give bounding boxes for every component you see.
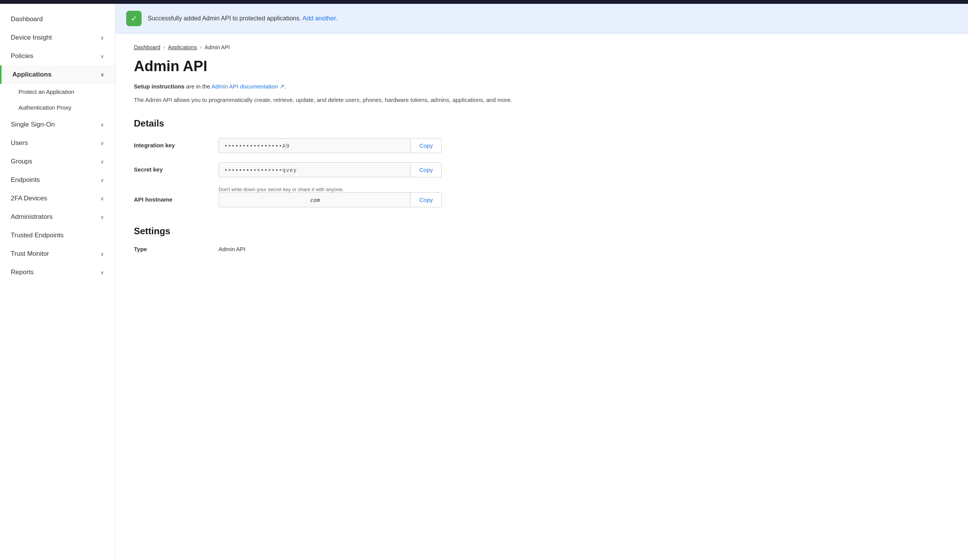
sidebar-sub-applications: Protect an ApplicationAuthentication Pro… — [0, 84, 115, 115]
sidebar-item-trust-monitor[interactable]: Trust Monitor∨ — [0, 245, 115, 263]
field-control-integration-key: Copy — [219, 138, 442, 153]
chevron-icon: ∨ — [100, 177, 104, 183]
top-bar — [0, 0, 968, 4]
copy-button-api-hostname[interactable]: Copy — [411, 192, 442, 207]
sidebar: DashboardDevice Insight∨Policies∨Applica… — [0, 4, 115, 560]
settings-label: Type — [134, 246, 219, 252]
banner-text: Successfully added Admin API to protecte… — [148, 15, 301, 22]
field-row-secret-key: Secret keyCopy — [134, 162, 950, 177]
sidebar-item-label: Dashboard — [11, 15, 43, 23]
field-control-secret-key: Copy — [219, 162, 442, 177]
field-label-secret-key: Secret key — [134, 162, 219, 173]
copy-button-integration-key[interactable]: Copy — [411, 138, 442, 153]
sidebar-item-administrators[interactable]: Administrators∨ — [0, 208, 115, 226]
chevron-icon: ∨ — [100, 251, 104, 257]
breadcrumb: Dashboard › Applications › Admin API — [134, 44, 950, 50]
details-section: Details Integration keyCopySecret keyCop… — [134, 118, 950, 207]
sidebar-item-label: 2FA Devices — [11, 195, 47, 202]
sidebar-item-reports[interactable]: Reports∨ — [0, 263, 115, 282]
sidebar-item-label: Reports — [11, 268, 34, 276]
sidebar-item-dashboard[interactable]: Dashboard — [0, 10, 115, 28]
breadcrumb-dashboard[interactable]: Dashboard — [134, 44, 160, 50]
page-content: Dashboard › Applications › Admin API Adm… — [115, 33, 968, 560]
add-another-link[interactable]: Add another. — [302, 15, 337, 22]
sidebar-item-2fa-devices[interactable]: 2FA Devices∨ — [0, 189, 115, 208]
copy-button-secret-key[interactable]: Copy — [411, 162, 442, 177]
admin-api-doc-link[interactable]: Admin API documentation ↗ — [212, 83, 285, 90]
field-label-integration-key: Integration key — [134, 138, 219, 148]
success-icon: ✓ — [126, 11, 142, 26]
chevron-icon: ∨ — [100, 53, 104, 59]
field-control-api-hostname: Copy — [219, 192, 442, 207]
field-input-secret-key[interactable] — [219, 162, 411, 177]
sidebar-item-single-sign-on[interactable]: Single Sign-On∨ — [0, 115, 115, 134]
sidebar-item-label: Single Sign-On — [11, 121, 55, 128]
sidebar-item-trusted-endpoints[interactable]: Trusted Endpoints — [0, 226, 115, 245]
chevron-icon: ∨ — [100, 214, 104, 220]
breadcrumb-sep-1: › — [164, 45, 165, 50]
success-message: Successfully added Admin API to protecte… — [148, 15, 337, 22]
setup-instructions: Setup instructions are in the Admin API … — [134, 82, 950, 91]
field-input-integration-key[interactable] — [219, 138, 411, 153]
field-row-integration-key: Integration keyCopy — [134, 138, 950, 153]
breadcrumb-sep-2: › — [200, 45, 202, 50]
settings-row: TypeAdmin API — [134, 246, 950, 252]
success-banner: ✓ Successfully added Admin API to protec… — [115, 4, 968, 33]
sidebar-item-device-insight[interactable]: Device Insight∨ — [0, 28, 115, 47]
chevron-icon: ∨ — [100, 122, 104, 128]
sidebar-item-users[interactable]: Users∨ — [0, 134, 115, 152]
setup-instructions-bold: Setup instructions — [134, 83, 185, 90]
sidebar-item-label: Groups — [11, 158, 32, 165]
sidebar-item-label: Users — [11, 139, 28, 147]
sidebar-item-label: Trusted Endpoints — [11, 232, 63, 239]
sidebar-sub-item-protect-application[interactable]: Protect an Application — [0, 84, 115, 100]
details-heading: Details — [134, 118, 950, 129]
chevron-icon: ∨ — [100, 196, 104, 202]
field-row-api-hostname: API hostnameCopy — [134, 192, 950, 207]
field-input-api-hostname[interactable] — [219, 192, 411, 207]
settings-value: Admin API — [219, 246, 245, 252]
chevron-icon: ∨ — [100, 35, 104, 41]
breadcrumb-applications[interactable]: Applications — [168, 44, 197, 50]
chevron-icon: ∨ — [100, 159, 104, 165]
breadcrumb-current: Admin API — [205, 44, 230, 50]
chevron-icon: ∨ — [100, 72, 104, 78]
sidebar-item-label: Applications — [12, 71, 52, 78]
sidebar-item-applications[interactable]: Applications∨ — [0, 65, 115, 84]
main-content: ✓ Successfully added Admin API to protec… — [115, 4, 968, 560]
sidebar-item-label: Device Insight — [11, 34, 52, 42]
sidebar-item-endpoints[interactable]: Endpoints∨ — [0, 171, 115, 189]
chevron-icon: ∨ — [100, 270, 104, 275]
page-title: Admin API — [134, 58, 950, 75]
sidebar-item-label: Administrators — [11, 213, 53, 221]
field-hint-secret-key: Don't write down your secret key or shar… — [219, 187, 950, 192]
description-text: The Admin API allows you to programmatic… — [134, 96, 950, 105]
sidebar-sub-item-authentication-proxy[interactable]: Authentication Proxy — [0, 100, 115, 115]
settings-section: Settings TypeAdmin API — [134, 226, 950, 252]
sidebar-item-groups[interactable]: Groups∨ — [0, 152, 115, 171]
chevron-icon: ∨ — [100, 140, 104, 146]
settings-heading: Settings — [134, 226, 950, 237]
sidebar-item-label: Policies — [11, 52, 33, 60]
field-label-api-hostname: API hostname — [134, 192, 219, 203]
sidebar-item-policies[interactable]: Policies∨ — [0, 47, 115, 65]
sidebar-item-label: Trust Monitor — [11, 250, 49, 258]
sidebar-item-label: Endpoints — [11, 176, 40, 184]
